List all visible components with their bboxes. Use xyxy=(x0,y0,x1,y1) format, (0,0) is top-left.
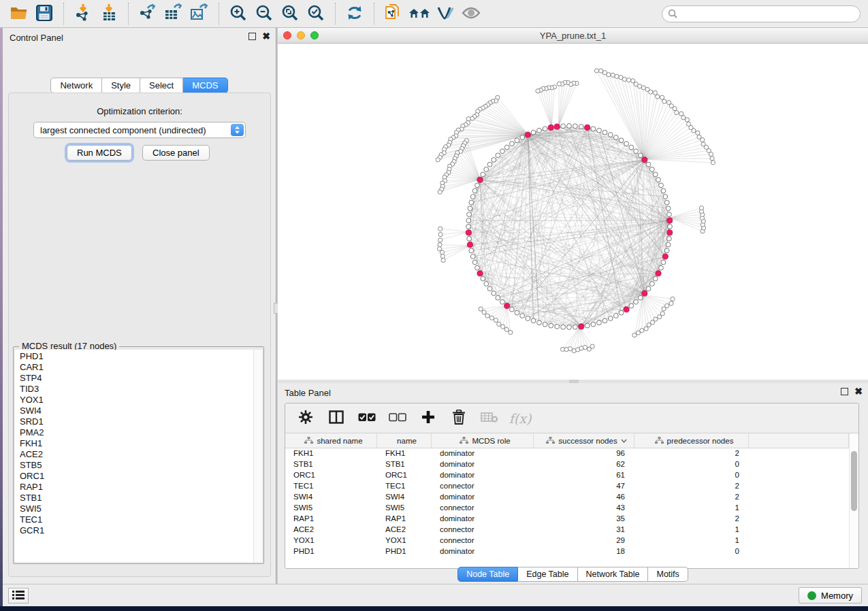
table-scrollbar[interactable] xyxy=(849,433,858,568)
ring-node[interactable] xyxy=(531,318,536,323)
delete-table-button[interactable] xyxy=(480,408,499,429)
satellite-node[interactable] xyxy=(438,243,442,247)
satellite-node[interactable] xyxy=(494,318,498,323)
ring-node[interactable] xyxy=(667,236,672,241)
satellite-node[interactable] xyxy=(466,117,470,121)
table-row[interactable]: SWI5SWI5connector431 xyxy=(285,503,849,514)
ring-node[interactable] xyxy=(634,149,639,154)
ring-node[interactable] xyxy=(661,188,666,193)
run-mcds-button[interactable]: Run MCDS xyxy=(67,145,132,161)
satellite-node[interactable] xyxy=(669,301,673,306)
ring-node[interactable] xyxy=(496,295,500,300)
satellite-node[interactable] xyxy=(632,333,637,337)
mcds-result-item[interactable]: STB5 xyxy=(20,460,253,471)
ring-node[interactable] xyxy=(484,167,489,172)
mcds-result-item[interactable]: TEC1 xyxy=(20,514,253,525)
tab-style[interactable]: Style xyxy=(102,78,140,93)
ring-node[interactable] xyxy=(466,225,471,229)
ring-node[interactable] xyxy=(487,162,492,167)
mcds-node[interactable] xyxy=(477,177,483,182)
mcds-result-item[interactable]: YOX1 xyxy=(20,395,253,406)
ring-node[interactable] xyxy=(468,206,472,211)
satellite-node[interactable] xyxy=(438,233,443,237)
ring-node[interactable] xyxy=(481,276,485,281)
satellite-node[interactable] xyxy=(441,258,445,262)
export-table-button[interactable] xyxy=(161,2,187,25)
satellite-node[interactable] xyxy=(656,95,660,99)
satellite-node[interactable] xyxy=(640,329,644,333)
satellite-node[interactable] xyxy=(438,238,443,242)
mcds-node[interactable] xyxy=(667,218,673,223)
gear-button[interactable] xyxy=(296,408,315,429)
delete-column-button[interactable] xyxy=(449,408,468,429)
satellite-node[interactable] xyxy=(619,76,623,80)
ring-node[interactable] xyxy=(613,135,618,140)
ring-node[interactable] xyxy=(597,320,602,325)
tab-mcds[interactable]: MCDS xyxy=(183,78,227,93)
add-column-button[interactable] xyxy=(419,408,438,429)
satellite-node[interactable] xyxy=(697,135,701,139)
satellite-node[interactable] xyxy=(711,161,715,165)
mcds-node[interactable] xyxy=(585,125,590,130)
satellite-node[interactable] xyxy=(660,95,664,99)
column-header-MCDS-role[interactable]: MCDS role xyxy=(432,433,534,448)
ring-node[interactable] xyxy=(649,282,654,286)
table-row[interactable]: PHD1PHD1dominator180 xyxy=(285,546,849,557)
satellite-node[interactable] xyxy=(626,78,630,82)
satellite-node[interactable] xyxy=(671,297,675,301)
satellite-node[interactable] xyxy=(599,69,603,73)
tab-motifs[interactable]: Motifs xyxy=(648,567,688,582)
criterion-select[interactable]: largest connected component (undirected) xyxy=(33,122,246,138)
ring-node[interactable] xyxy=(537,128,542,133)
mcds-result-item[interactable]: SRD1 xyxy=(20,416,253,427)
ring-node[interactable] xyxy=(659,183,664,188)
search-input[interactable] xyxy=(662,5,861,22)
tab-network-table[interactable]: Network Table xyxy=(578,567,649,582)
satellite-node[interactable] xyxy=(653,90,657,95)
deselect-all-button[interactable] xyxy=(388,408,407,429)
satellite-node[interactable] xyxy=(504,327,509,331)
satellite-node[interactable] xyxy=(611,73,615,77)
table-row[interactable]: SWI4SWI4dominator462 xyxy=(285,492,849,503)
open-session-button[interactable] xyxy=(5,2,31,25)
mcds-result-item[interactable]: SWI4 xyxy=(20,406,253,416)
function-builder-button[interactable]: f(x) xyxy=(511,408,530,429)
mcds-result-item[interactable]: GCR1 xyxy=(20,525,253,536)
satellite-node[interactable] xyxy=(710,156,714,161)
mcds-node[interactable] xyxy=(579,324,584,329)
mcds-result-item[interactable]: PHD1 xyxy=(20,351,253,362)
ring-node[interactable] xyxy=(531,130,536,135)
satellite-node[interactable] xyxy=(666,101,671,105)
ring-node[interactable] xyxy=(466,218,471,223)
satellite-node[interactable] xyxy=(685,118,689,122)
satellite-node[interactable] xyxy=(438,227,443,231)
import-network-button[interactable] xyxy=(70,2,96,25)
satellite-node[interactable] xyxy=(509,330,513,334)
satellite-node[interactable] xyxy=(590,344,594,348)
ring-node[interactable] xyxy=(475,183,480,188)
satellite-node[interactable] xyxy=(602,71,607,75)
ring-node[interactable] xyxy=(667,212,672,217)
column-header-name[interactable]: name xyxy=(377,433,432,448)
scrollbar-thumb[interactable] xyxy=(851,451,857,511)
satellite-node[interactable] xyxy=(440,250,444,254)
ring-node[interactable] xyxy=(608,133,613,137)
satellite-node[interactable] xyxy=(681,116,686,120)
ring-node[interactable] xyxy=(646,286,651,291)
satellite-node[interactable] xyxy=(696,131,700,135)
ring-node[interactable] xyxy=(481,172,485,177)
mcds-result-item[interactable]: CAR1 xyxy=(20,362,253,373)
ring-node[interactable] xyxy=(629,145,634,150)
ring-node[interactable] xyxy=(649,167,654,172)
export-image-button[interactable] xyxy=(187,2,212,25)
ring-node[interactable] xyxy=(624,142,629,146)
close-panel-button[interactable]: Close panel xyxy=(142,145,210,161)
ring-node[interactable] xyxy=(567,325,572,330)
ring-node[interactable] xyxy=(510,142,515,146)
mcds-result-item[interactable]: RAP1 xyxy=(20,482,253,493)
ring-node[interactable] xyxy=(475,265,480,270)
mcds-result-list[interactable]: PHD1CAR1STP4TID3YOX1SWI4SRD1PMA2FKH1ACE2… xyxy=(15,350,253,562)
mcds-node[interactable] xyxy=(548,125,553,130)
ring-node[interactable] xyxy=(500,299,505,304)
satellite-node[interactable] xyxy=(615,74,619,78)
